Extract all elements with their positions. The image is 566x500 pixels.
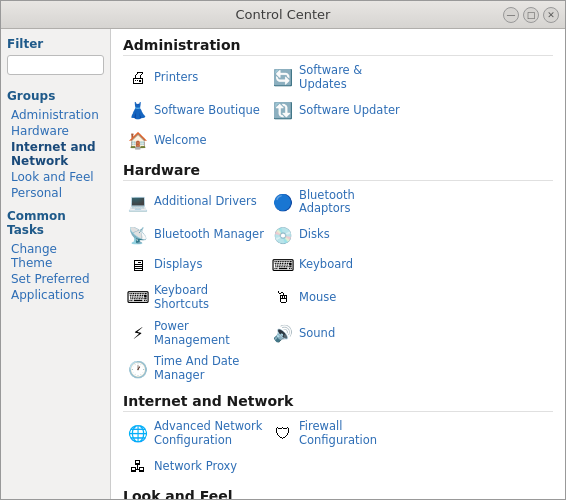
list-item[interactable]: 🏠 Welcome [123,126,268,156]
list-item[interactable]: 🖱 Mouse [268,280,413,316]
list-item[interactable]: 🌐 Advanced Network Configuration [123,416,268,452]
list-item[interactable]: 💻 Additional Drivers [123,185,268,221]
software-updates-icon: 🔄 [272,67,294,89]
keyboard-icon: ⌨ [272,254,294,276]
sidebar-item-personal[interactable]: Personal [7,185,104,201]
time-date-icon: 🕐 [127,358,149,380]
list-item[interactable]: ⌨ Keyboard [268,250,413,280]
groups-label: Groups [7,89,104,103]
sidebar-item-administration[interactable]: Administration [7,107,104,123]
item-label: Software Updater [299,104,400,118]
software-updater-icon: 🔃 [272,100,294,122]
disks-icon: 💿 [272,224,294,246]
filter-label: Filter [7,37,104,51]
item-label: Network Proxy [154,460,237,474]
hardware-grid: 💻 Additional Drivers 🔵 Bluetooth Adaptor… [123,185,553,387]
section-heading-lookandfeel: Look and Feel [123,488,553,499]
sidebar-item-set-preferred[interactable]: Set Preferred Applications [7,271,104,304]
control-center-window: Control Center — □ ✕ Filter Groups Admin… [0,0,566,500]
software-boutique-icon: 👗 [127,100,149,122]
section-heading-administration: Administration [123,37,553,56]
item-label: Keyboard Shortcuts [154,284,264,312]
displays-icon: 🖥 [127,254,149,276]
list-item[interactable]: ⌨ Keyboard Shortcuts [123,280,268,316]
section-heading-internet: Internet and Network [123,393,553,412]
firewall-icon: 🛡 [272,423,294,445]
minimize-button[interactable]: — [503,7,519,23]
item-label: Printers [154,71,198,85]
bluetooth-adaptors-icon: 🔵 [272,191,294,213]
section-heading-hardware: Hardware [123,162,553,181]
network-proxy-icon: 🖧 [127,456,149,478]
item-label: Advanced Network Configuration [154,420,264,448]
item-label: Power Management [154,320,264,348]
list-item[interactable]: 👗 Software Boutique [123,96,268,126]
titlebar: Control Center — □ ✕ [1,1,565,29]
sound-icon: 🔊 [272,323,294,345]
list-item[interactable]: 🔵 Bluetooth Adaptors [268,185,413,221]
list-item[interactable]: 💿 Disks [268,220,413,250]
list-item[interactable]: 🔊 Sound [268,316,413,352]
list-item[interactable]: 🔃 Software Updater [268,96,413,126]
item-label: Software Boutique [154,104,260,118]
list-item[interactable]: ⚡ Power Management [123,316,268,352]
list-item[interactable]: 🔄 Software & Updates [268,60,413,96]
item-label: Software & Updates [299,64,409,92]
item-label: Time And Date Manager [154,355,264,383]
item-label: Bluetooth Manager [154,228,264,242]
sidebar-item-hardware[interactable]: Hardware [7,123,104,139]
item-label: Firewall Configuration [299,420,409,448]
administration-grid: 🖨 Printers 🔄 Software & Updates 👗 Softwa… [123,60,553,156]
list-item[interactable]: 🖧 Network Proxy [123,452,268,482]
list-item[interactable]: 📡 Bluetooth Manager [123,220,268,250]
item-label: Additional Drivers [154,195,257,209]
titlebar-buttons: — □ ✕ [503,7,559,23]
printers-icon: 🖨 [127,67,149,89]
sidebar-item-change-theme[interactable]: Change Theme [7,241,104,271]
item-label: Bluetooth Adaptors [299,189,409,217]
item-label: Mouse [299,291,336,305]
network-config-icon: 🌐 [127,423,149,445]
item-label: Disks [299,228,330,242]
list-item[interactable]: 🖥 Displays [123,250,268,280]
maximize-button[interactable]: □ [523,7,539,23]
list-item[interactable]: 🖨 Printers [123,60,268,96]
common-tasks-label: Common Tasks [7,209,104,237]
item-label: Sound [299,327,335,341]
list-item[interactable]: 🕐 Time And Date Manager [123,351,268,387]
search-input[interactable] [7,55,104,75]
main-panel: Administration 🖨 Printers 🔄 Software & U… [111,29,565,499]
close-button[interactable]: ✕ [543,7,559,23]
window-title: Control Center [236,7,331,22]
bluetooth-manager-icon: 📡 [127,224,149,246]
mouse-icon: 🖱 [272,287,294,309]
main-content: Filter Groups Administration Hardware In… [1,29,565,499]
list-item[interactable]: 🛡 Firewall Configuration [268,416,413,452]
item-label: Welcome [154,134,207,148]
power-management-icon: ⚡ [127,323,149,345]
item-label: Displays [154,258,202,272]
welcome-icon: 🏠 [127,130,149,152]
keyboard-shortcuts-icon: ⌨ [127,287,149,309]
sidebar-item-lookandfeel[interactable]: Look and Feel [7,169,104,185]
item-label: Keyboard [299,258,353,272]
additional-drivers-icon: 💻 [127,191,149,213]
internet-grid: 🌐 Advanced Network Configuration 🛡 Firew… [123,416,553,482]
sidebar: Filter Groups Administration Hardware In… [1,29,111,499]
sidebar-item-internet[interactable]: Internet and Network [7,139,104,169]
